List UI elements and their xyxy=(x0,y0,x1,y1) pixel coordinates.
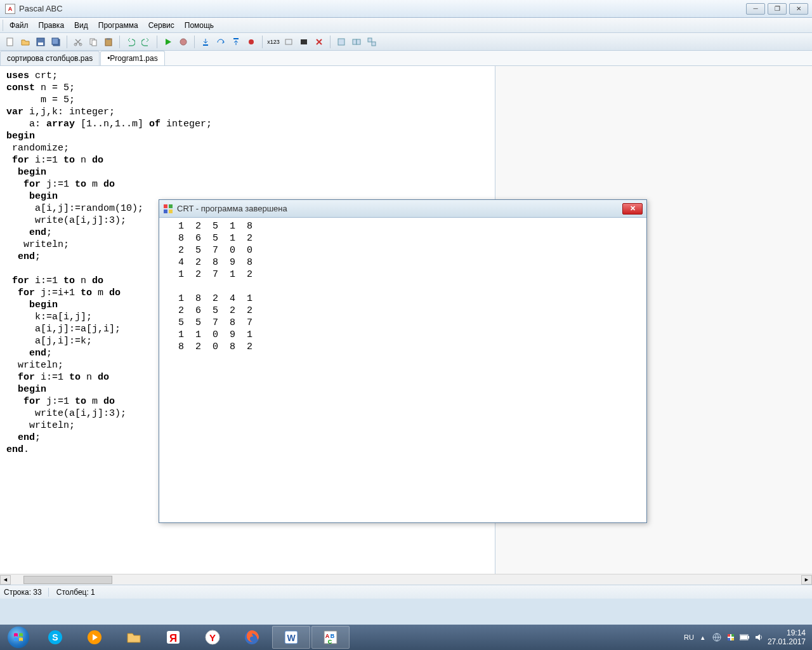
window2-icon[interactable] xyxy=(350,36,363,48)
menubar: Файл Правка Вид Программа Сервис Помощь xyxy=(0,18,812,33)
svg-rect-13 xyxy=(233,38,239,39)
app-icon: A xyxy=(5,4,15,14)
undo-icon[interactable] xyxy=(124,36,137,48)
new-file-icon[interactable] xyxy=(4,36,16,48)
tray-language[interactable]: RU xyxy=(684,633,694,641)
svg-text:C: C xyxy=(328,639,332,645)
svg-rect-20 xyxy=(368,38,372,42)
svg-rect-17 xyxy=(338,39,344,45)
tab-file-1[interactable]: сортирова столбцов.pas xyxy=(0,51,100,65)
maximize-button[interactable]: ❐ xyxy=(768,3,787,15)
step-out-icon[interactable] xyxy=(230,36,242,48)
svg-rect-22 xyxy=(164,204,167,208)
scroll-right-arrow[interactable]: ► xyxy=(801,575,812,585)
svg-rect-8 xyxy=(92,40,96,46)
window1-icon[interactable] xyxy=(335,36,348,48)
status-line: Строка: 33 xyxy=(4,588,49,597)
open-file-icon[interactable] xyxy=(19,36,32,48)
menu-view[interactable]: Вид xyxy=(69,19,93,32)
tab-strip: сортирова столбцов.pas •Program1.pas xyxy=(0,51,812,66)
svg-rect-4 xyxy=(52,38,58,44)
window-title: Pascal ABC xyxy=(19,4,746,13)
crt-titlebar[interactable]: CRT - программа завершена ✕ xyxy=(159,200,646,218)
svg-text:Я: Я xyxy=(169,632,177,644)
svg-rect-0 xyxy=(7,38,13,46)
statusbar: Строка: 33 Столбец: 1 xyxy=(0,585,812,599)
crt-close-button[interactable]: ✕ xyxy=(622,203,643,215)
task-yandex[interactable]: Я xyxy=(154,626,192,649)
tab-file-2[interactable]: •Program1.pas xyxy=(100,51,165,65)
crt-window: CRT - программа завершена ✕ 1 2 5 1 8 8 … xyxy=(159,199,647,523)
stop-icon[interactable] xyxy=(177,36,190,48)
cut-icon[interactable] xyxy=(72,36,84,48)
tray-battery-icon[interactable] xyxy=(740,632,750,642)
save-icon[interactable] xyxy=(34,36,47,48)
paste-icon[interactable] xyxy=(102,36,115,48)
menu-file[interactable]: Файл xyxy=(4,19,34,32)
svg-rect-12 xyxy=(203,44,208,46)
tray-network-icon[interactable] xyxy=(712,632,722,642)
minimize-button[interactable]: ─ xyxy=(746,3,765,15)
task-pascal-abc[interactable]: ABC xyxy=(311,626,350,649)
window-controls: ─ ❐ ✕ xyxy=(746,3,811,15)
step-over-icon[interactable] xyxy=(214,36,227,48)
toggle-output-icon[interactable] xyxy=(282,36,295,48)
svg-rect-25 xyxy=(169,209,173,213)
crt-app-icon xyxy=(163,204,173,214)
svg-rect-47 xyxy=(748,636,749,639)
toggle-console-icon[interactable] xyxy=(298,36,310,48)
svg-rect-48 xyxy=(740,635,747,639)
save-all-icon[interactable] xyxy=(49,36,62,48)
svg-rect-15 xyxy=(285,39,292,44)
svg-rect-16 xyxy=(301,39,307,44)
svg-rect-43 xyxy=(731,634,734,637)
task-yandex-browser[interactable]: Y xyxy=(193,626,232,649)
status-column: Столбец: 1 xyxy=(56,588,95,597)
task-skype[interactable]: S xyxy=(36,626,74,649)
task-firefox[interactable] xyxy=(233,626,271,649)
windows-logo-icon xyxy=(8,627,29,648)
redo-icon[interactable] xyxy=(140,36,152,48)
tray-time: 19:14 xyxy=(768,628,806,637)
svg-point-11 xyxy=(180,39,187,45)
menu-service[interactable]: Сервис xyxy=(143,19,180,32)
window3-icon[interactable] xyxy=(365,36,378,48)
svg-text:S: S xyxy=(52,632,58,642)
menu-program[interactable]: Программа xyxy=(93,19,143,32)
task-media-player[interactable] xyxy=(75,626,114,649)
run-icon[interactable] xyxy=(162,36,174,48)
system-tray: RU ▴ 19:14 27.01.2017 xyxy=(679,628,811,646)
tray-chevron-up-icon[interactable]: ▴ xyxy=(698,632,708,642)
svg-rect-42 xyxy=(728,634,730,637)
svg-rect-10 xyxy=(107,38,110,40)
scroll-left-arrow[interactable]: ◄ xyxy=(0,575,11,585)
task-explorer[interactable] xyxy=(115,626,153,649)
svg-rect-45 xyxy=(731,638,734,640)
crt-output: 1 2 5 1 8 8 6 5 1 2 2 5 7 0 0 4 2 8 9 8 … xyxy=(159,218,646,355)
copy-icon[interactable] xyxy=(87,36,100,48)
breakpoint-icon[interactable] xyxy=(245,36,258,48)
editor-container: uses crt; const n = 5; m = 5; var i,j,k:… xyxy=(0,66,812,574)
menu-edit[interactable]: Правка xyxy=(34,19,70,32)
tray-action-center-icon[interactable] xyxy=(726,632,736,642)
crt-title: CRT - программа завершена xyxy=(177,204,622,213)
menu-help[interactable]: Помощь xyxy=(180,19,219,32)
svg-rect-21 xyxy=(372,42,376,46)
horizontal-scrollbar[interactable]: ◄ ► xyxy=(0,574,812,585)
clear-icon[interactable] xyxy=(313,36,325,48)
tray-clock[interactable]: 19:14 27.01.2017 xyxy=(768,628,806,646)
svg-point-14 xyxy=(249,39,254,44)
toggle-watch-icon[interactable]: x123 xyxy=(267,36,280,48)
svg-rect-19 xyxy=(357,39,360,44)
scroll-thumb[interactable] xyxy=(23,576,112,584)
task-word[interactable]: W xyxy=(272,626,310,649)
svg-text:Y: Y xyxy=(209,632,216,643)
start-button[interactable] xyxy=(1,626,36,649)
tray-volume-icon[interactable] xyxy=(754,632,764,642)
svg-rect-44 xyxy=(728,638,730,640)
svg-rect-23 xyxy=(169,204,173,208)
step-into-icon[interactable] xyxy=(199,36,212,48)
svg-rect-24 xyxy=(164,209,167,213)
toolbar: x123 xyxy=(0,33,812,51)
close-button[interactable]: ✕ xyxy=(789,3,808,15)
